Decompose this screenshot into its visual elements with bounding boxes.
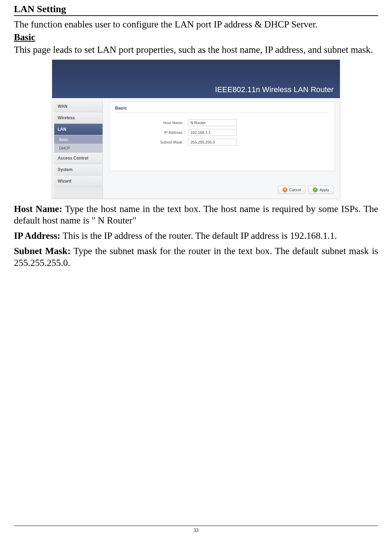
host-name-para: Host Name: Type the host name in the tex… bbox=[14, 203, 378, 227]
basic-description: This page leads to set LAN port properti… bbox=[14, 44, 378, 56]
input-ip-address[interactable] bbox=[188, 129, 237, 136]
cancel-button[interactable]: ✕ Cancel bbox=[278, 186, 305, 194]
ip-address-para: IP Address: This is the IP address of th… bbox=[14, 230, 378, 242]
router-screenshot: IEEE802.11n Wireless LAN Router WAN Wire… bbox=[52, 59, 340, 199]
sidebar-subitem-dhcp[interactable]: DHCP bbox=[54, 144, 103, 153]
apply-label: Apply bbox=[319, 188, 329, 192]
router-main: Basic Host Name : IP Address : Subnet Ma… bbox=[103, 98, 340, 199]
sidebar-item-wizard[interactable]: Wizard bbox=[54, 176, 103, 187]
router-sidebar: WAN Wireless LAN Basic DHCP Access Contr… bbox=[54, 101, 103, 199]
input-subnet-mask[interactable] bbox=[188, 139, 237, 146]
basic-panel: Basic Host Name : IP Address : Subnet Ma… bbox=[109, 102, 335, 171]
row-host-name: Host Name : bbox=[115, 119, 329, 126]
page-number: 33 bbox=[194, 527, 199, 533]
label-ip-address: IP Address : bbox=[115, 130, 188, 135]
router-banner-title: IEEE802.11n Wireless LAN Router bbox=[215, 85, 334, 94]
sidebar-item-wireless[interactable]: Wireless bbox=[54, 112, 103, 124]
panel-title: Basic bbox=[115, 105, 329, 113]
label-host-name: Host Name : bbox=[115, 121, 188, 125]
cancel-label: Cancel bbox=[289, 188, 301, 192]
sidebar-item-wan[interactable]: WAN bbox=[54, 101, 103, 112]
row-ip-address: IP Address : bbox=[115, 129, 329, 136]
label-subnet-mask: Subnet Mask : bbox=[115, 140, 188, 144]
row-subnet-mask: Subnet Mask : bbox=[115, 139, 329, 146]
router-banner: IEEE802.11n Wireless LAN Router bbox=[52, 60, 340, 98]
subnet-mask-label: Subnet Mask: bbox=[14, 246, 71, 256]
ip-address-text: This is the IP address of the router. Th… bbox=[60, 230, 337, 241]
panel-buttons: ✕ Cancel ✓ Apply bbox=[278, 186, 334, 194]
page-footer: 33 bbox=[14, 526, 378, 533]
router-body: WAN Wireless LAN Basic DHCP Access Contr… bbox=[52, 98, 340, 199]
apply-icon: ✓ bbox=[313, 187, 318, 192]
host-name-text: Type the host name in the text box. The … bbox=[14, 204, 378, 226]
intro-text: The function enables user to configure t… bbox=[14, 19, 378, 31]
sidebar-item-access-control[interactable]: Access Control bbox=[54, 153, 103, 164]
sidebar-item-system[interactable]: System bbox=[54, 164, 103, 176]
subnet-mask-para: Subnet Mask: Type the subnet mask for th… bbox=[14, 245, 378, 269]
host-name-label: Host Name: bbox=[14, 204, 62, 214]
cancel-icon: ✕ bbox=[283, 187, 287, 192]
apply-button[interactable]: ✓ Apply bbox=[308, 186, 334, 194]
section-title: LAN Setting bbox=[14, 3, 378, 16]
ip-address-label: IP Address: bbox=[14, 230, 60, 241]
sub-title-basic: Basic bbox=[14, 32, 378, 43]
sidebar-item-lan[interactable]: LAN bbox=[54, 124, 103, 135]
sidebar-subitem-basic[interactable]: Basic bbox=[54, 135, 103, 144]
input-host-name[interactable] bbox=[188, 119, 237, 126]
